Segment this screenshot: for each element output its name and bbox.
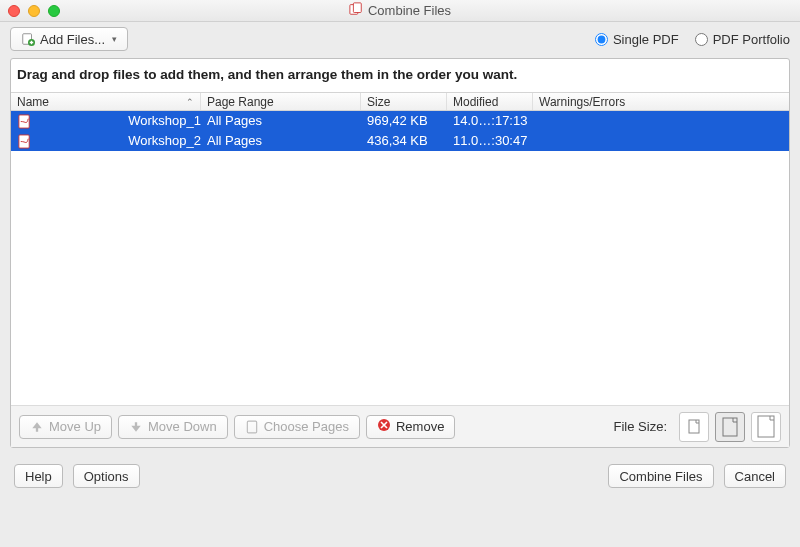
- options-button[interactable]: Options: [73, 464, 140, 488]
- file-size-default-button[interactable]: [715, 412, 745, 442]
- column-modified[interactable]: Modified: [447, 93, 533, 110]
- dropdown-caret-icon: ▾: [112, 34, 117, 44]
- arrow-down-icon: [129, 420, 143, 434]
- pdf-portfolio-radio[interactable]: PDF Portfolio: [695, 32, 790, 47]
- file-range: All Pages: [201, 111, 361, 131]
- file-size-value: 436,34 KB: [361, 131, 447, 151]
- table-header: Name ⌃ Page Range Size Modified Warnings…: [11, 92, 789, 111]
- cancel-button[interactable]: Cancel: [724, 464, 786, 488]
- svg-rect-1: [353, 3, 361, 13]
- maximize-window-button[interactable]: [48, 5, 60, 17]
- sort-ascending-icon: ⌃: [186, 93, 200, 111]
- single-pdf-radio[interactable]: Single PDF: [595, 32, 679, 47]
- file-name: Workshop_2: [128, 131, 201, 151]
- window-controls: [8, 5, 60, 17]
- titlebar: Combine Files: [0, 0, 800, 22]
- column-size[interactable]: Size: [361, 93, 447, 110]
- file-size-large-button[interactable]: [751, 412, 781, 442]
- add-files-button[interactable]: Add Files... ▾: [10, 27, 128, 51]
- list-toolbar: Move Up Move Down Choose Pages Remove Fi…: [11, 405, 789, 447]
- svg-rect-0: [350, 5, 358, 15]
- output-type-group: Single PDF PDF Portfolio: [595, 32, 790, 47]
- svg-rect-8: [689, 420, 699, 433]
- move-down-button[interactable]: Move Down: [118, 415, 228, 439]
- file-modified: 11.0…:30:47: [447, 131, 533, 151]
- file-range: All Pages: [201, 131, 361, 151]
- move-up-button[interactable]: Move Up: [19, 415, 112, 439]
- close-window-button[interactable]: [8, 5, 20, 17]
- column-name[interactable]: Name ⌃: [11, 93, 201, 110]
- file-size-label: File Size:: [614, 419, 667, 434]
- file-warn: [533, 131, 789, 151]
- svg-rect-6: [247, 421, 256, 433]
- svg-rect-9: [723, 418, 737, 436]
- choose-pages-button[interactable]: Choose Pages: [234, 415, 360, 439]
- svg-rect-10: [758, 416, 774, 437]
- remove-icon: [377, 418, 391, 435]
- pages-icon: [245, 420, 259, 434]
- arrow-up-icon: [30, 420, 44, 434]
- top-bar: Add Files... ▾ Single PDF PDF Portfolio: [0, 22, 800, 56]
- minimize-window-button[interactable]: [28, 5, 40, 17]
- pdf-file-icon: [17, 114, 32, 129]
- file-list-panel: Drag and drop files to add them, and the…: [10, 58, 790, 448]
- combine-files-icon: [349, 2, 363, 19]
- instruction-text: Drag and drop files to add them, and the…: [11, 59, 789, 92]
- help-button[interactable]: Help: [14, 464, 63, 488]
- add-files-icon: [21, 32, 35, 46]
- column-page-range[interactable]: Page Range: [201, 93, 361, 110]
- footer: Help Options Combine Files Cancel: [0, 456, 800, 496]
- remove-button[interactable]: Remove: [366, 415, 455, 439]
- window-title: Combine Files: [368, 3, 451, 18]
- file-size-small-button[interactable]: [679, 412, 709, 442]
- file-warn: [533, 111, 789, 131]
- combine-files-button[interactable]: Combine Files: [608, 464, 713, 488]
- column-warnings[interactable]: Warnings/Errors: [533, 93, 789, 110]
- file-modified: 14.0…:17:13: [447, 111, 533, 131]
- table-body[interactable]: Workshop_1 All Pages 969,42 KB 14.0…:17:…: [11, 111, 789, 405]
- file-size-value: 969,42 KB: [361, 111, 447, 131]
- table-row[interactable]: Workshop_1 All Pages 969,42 KB 14.0…:17:…: [11, 111, 789, 131]
- table-row[interactable]: Workshop_2 All Pages 436,34 KB 11.0…:30:…: [11, 131, 789, 151]
- file-name: Workshop_1: [128, 111, 201, 131]
- pdf-file-icon: [17, 134, 32, 149]
